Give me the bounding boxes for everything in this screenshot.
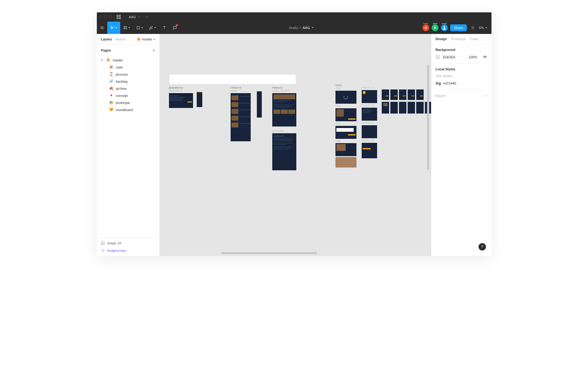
page-item[interactable]: 🎉case — [97, 64, 159, 71]
toolbar-right: O P Share 6% — [422, 24, 491, 31]
help-button[interactable]: ? — [479, 243, 486, 251]
new-tab-button[interactable]: + — [143, 15, 150, 19]
layer-component[interactable]: badges/map — [97, 247, 159, 254]
frame-sublabel: news-detailed — [272, 89, 296, 93]
page-name: backlog — [116, 80, 128, 83]
tab-design[interactable]: Design — [436, 37, 447, 41]
frame-documents[interactable]: Документы documents — [169, 86, 193, 108]
notification-dot-icon — [176, 24, 178, 26]
tab-prototype[interactable]: Prototype — [451, 37, 466, 41]
frame-chat-group[interactable]: Чаты chat chat chat chat — [335, 84, 356, 168]
page-name: process — [116, 73, 128, 76]
page-item[interactable]: 🍷concept — [97, 92, 159, 99]
svg-point-16 — [484, 56, 486, 57]
frame-sublabel: chat — [335, 122, 356, 125]
layer-image[interactable]: image 18 — [97, 239, 159, 247]
mobile-frames-row-1[interactable] — [382, 89, 424, 100]
page-name: archive — [116, 87, 127, 90]
horizontal-scrollbar[interactable] — [221, 252, 317, 254]
page-item[interactable]: 🔗backlog — [97, 78, 159, 85]
layers-list: image 18 badges/map — [97, 237, 159, 256]
chevron-down-icon — [485, 27, 487, 28]
avatar-user-p[interactable]: P — [432, 24, 438, 31]
page-item[interactable]: ✓🔥master — [97, 56, 159, 64]
page-emoji: 🔥 — [106, 58, 110, 62]
present-button[interactable] — [469, 26, 477, 30]
breadcrumb[interactable]: Drafts / AAG — [180, 26, 423, 30]
add-page-button[interactable]: + — [152, 48, 155, 53]
mobile-frames-row-2[interactable] — [382, 101, 431, 114]
frame-22-column[interactable]: Frame 2.2 Frame 2.3 Frame 2.3 Frame 2.4 — [362, 86, 377, 158]
check-icon: ✓ — [101, 58, 104, 62]
breadcrumb-separator: / — [300, 26, 301, 30]
menu-button[interactable] — [97, 22, 107, 34]
chevron-down-icon — [141, 27, 143, 28]
ag-icon: Ag — [436, 81, 441, 85]
macos-traffic-lights[interactable] — [99, 15, 112, 19]
pen-tool[interactable] — [146, 22, 159, 34]
frame-text-page[interactable]: text-page — [272, 130, 296, 170]
zoom-display[interactable]: 6% — [479, 26, 487, 30]
frame-label: Frame 2.4 — [362, 139, 377, 142]
comment-tool[interactable] — [170, 22, 180, 34]
move-tool[interactable] — [107, 22, 120, 34]
frame-documents-mobile[interactable] — [197, 91, 202, 107]
shape-tool[interactable] — [133, 22, 146, 34]
close-dot[interactable] — [99, 15, 102, 19]
toolbar: Drafts / AAG O P Share 6% — [97, 22, 491, 34]
chevron-up-icon — [153, 39, 155, 40]
current-page-label: 🔥 master — [137, 37, 152, 41]
page-item[interactable]: ⏳process — [97, 71, 159, 78]
tab-layers[interactable]: Layers — [101, 37, 112, 41]
maximize-dot[interactable] — [109, 15, 112, 19]
background-opacity[interactable]: 100% — [468, 55, 477, 59]
background-hex[interactable]: E5E5E5 — [443, 55, 459, 59]
tab-code[interactable]: Code — [470, 37, 478, 41]
frame-news-detailed[interactable]: Новость news-detailed — [272, 86, 296, 126]
page-emoji: 🧡 — [109, 108, 113, 112]
frame-news[interactable]: Новости news — [231, 86, 251, 141]
page-item[interactable]: 🧡moodboard — [97, 106, 159, 113]
text-tool[interactable] — [159, 22, 170, 34]
background-section: Background E5E5E5 100% — [431, 44, 491, 64]
svg-marker-12 — [472, 27, 474, 29]
visibility-toggle[interactable] — [483, 55, 487, 60]
frame-news-mobile[interactable] — [257, 91, 262, 118]
add-export-button[interactable]: + — [484, 93, 487, 98]
export-label: Export — [436, 94, 446, 97]
export-section[interactable]: Export + — [431, 89, 491, 102]
frame-sublabel: chat — [335, 87, 356, 90]
style-name: H2/1440 — [443, 81, 456, 85]
document-name: AAG — [302, 26, 310, 30]
share-button[interactable]: Share — [450, 24, 467, 31]
file-tab[interactable]: AAG × — [126, 12, 144, 22]
page-name: concept — [116, 94, 128, 97]
page-item[interactable]: 🎨prototype — [97, 99, 159, 106]
home-grid-icon[interactable] — [117, 15, 121, 19]
vertical-scrollbar[interactable] — [427, 65, 429, 170]
layer-label: badges/map — [107, 249, 126, 252]
pages-header: Pages — [101, 48, 111, 52]
page-selector[interactable]: 🔥 master — [137, 37, 155, 41]
layer-label: image 18 — [107, 241, 121, 245]
tab-assets[interactable]: Assets — [116, 37, 126, 41]
artboard-image[interactable] — [335, 157, 356, 168]
frame-label: Frame 2.3 — [362, 104, 377, 107]
artboard-blank[interactable] — [170, 75, 296, 84]
page-emoji: ⏳ — [109, 72, 113, 76]
right-panel-tabs: Design Prototype Code — [431, 34, 491, 44]
body: Layers Assets 🔥 master Pages + ✓🔥master🎉… — [97, 34, 491, 256]
page-list: ✓🔥master🎉case⏳process🔗backlog🍂archive🍷co… — [97, 56, 159, 116]
background-swatch[interactable] — [436, 55, 440, 59]
canvas[interactable]: Документы documents — [160, 34, 431, 256]
avatar-user-o[interactable]: O — [422, 24, 429, 31]
page-item[interactable]: 🍂archive — [97, 85, 159, 92]
svg-point-8 — [152, 26, 152, 27]
text-styles-label: Text Styles — [436, 74, 487, 78]
close-tab-icon[interactable]: × — [138, 15, 140, 19]
avatar-self[interactable] — [441, 24, 448, 31]
frame-label: Frame 2.2 — [362, 86, 377, 89]
minimize-dot[interactable] — [104, 15, 107, 19]
text-style-item[interactable]: Ag H2/1440 — [436, 81, 487, 85]
frame-tool[interactable] — [120, 22, 133, 34]
